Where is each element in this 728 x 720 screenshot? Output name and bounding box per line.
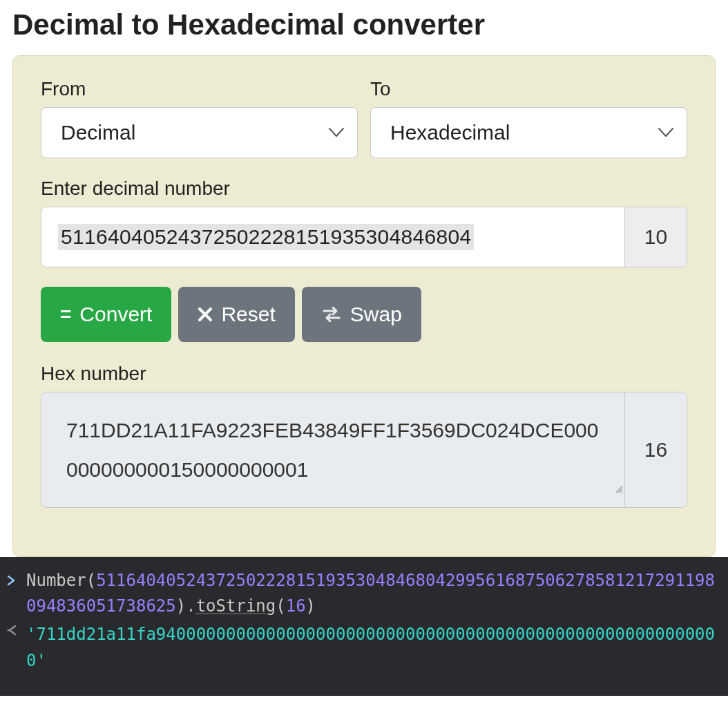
resize-handle-icon[interactable]: [613, 466, 623, 506]
swap-button-label: Swap: [350, 303, 402, 326]
swap-icon: [321, 307, 342, 322]
close-icon: [198, 307, 213, 322]
decimal-input-group: 51164040524372502228151935304846804 10: [41, 207, 687, 267]
decimal-input-value: 51164040524372502228151935304846804: [58, 224, 474, 250]
console-token-method: toString: [196, 596, 276, 616]
console-output-line: '711dd21a11fa940000000000000000000000000…: [0, 620, 728, 674]
svg-point-0: [7, 629, 9, 632]
console-result-value: '711dd21a11fa940000000000000000000000000…: [26, 625, 715, 670]
convert-button[interactable]: = Convert: [41, 287, 171, 342]
swap-button[interactable]: Swap: [302, 287, 421, 342]
to-label: To: [370, 78, 687, 100]
from-select-value: Decimal: [61, 121, 135, 144]
page-title: Decimal to Hexadecimal converter: [12, 8, 716, 41]
console-prompt-icon: [7, 568, 26, 595]
decimal-input-label: Enter decimal number: [41, 178, 687, 200]
console-output-icon: [7, 622, 26, 637]
decimal-input[interactable]: 51164040524372502228151935304846804: [41, 207, 624, 267]
from-label: From: [41, 78, 358, 100]
to-select[interactable]: Hexadecimal: [370, 107, 687, 158]
hex-base-badge: 16: [624, 392, 687, 507]
hex-output-group: 711DD21A11FA9223FEB43849FF1F3569DC024DCE…: [41, 392, 687, 508]
decimal-base-badge: 10: [624, 207, 687, 267]
to-select-value: Hexadecimal: [390, 121, 510, 144]
hex-output-label: Hex number: [41, 363, 687, 385]
devtools-console: Number(511640405243725022281519353048468…: [0, 557, 728, 696]
reset-button[interactable]: Reset: [178, 287, 294, 342]
hex-output[interactable]: 711DD21A11FA9223FEB43849FF1F3569DC024DCE…: [41, 392, 624, 507]
console-token-fn: Number: [26, 571, 86, 590]
console-input-line[interactable]: Number(511640405243725022281519353048468…: [0, 567, 728, 620]
hex-output-value: 711DD21A11FA9223FEB43849FF1F3569DC024DCE…: [66, 419, 599, 481]
converter-panel: From Decimal To Hexadecimal: [12, 55, 716, 557]
equals-icon: =: [60, 305, 71, 324]
console-token-number: 5116404052437250222815193530484680429956…: [26, 571, 715, 616]
convert-button-label: Convert: [79, 303, 152, 326]
reset-button-label: Reset: [221, 303, 275, 326]
from-select[interactable]: Decimal: [41, 107, 358, 158]
console-token-arg: 16: [286, 596, 306, 616]
